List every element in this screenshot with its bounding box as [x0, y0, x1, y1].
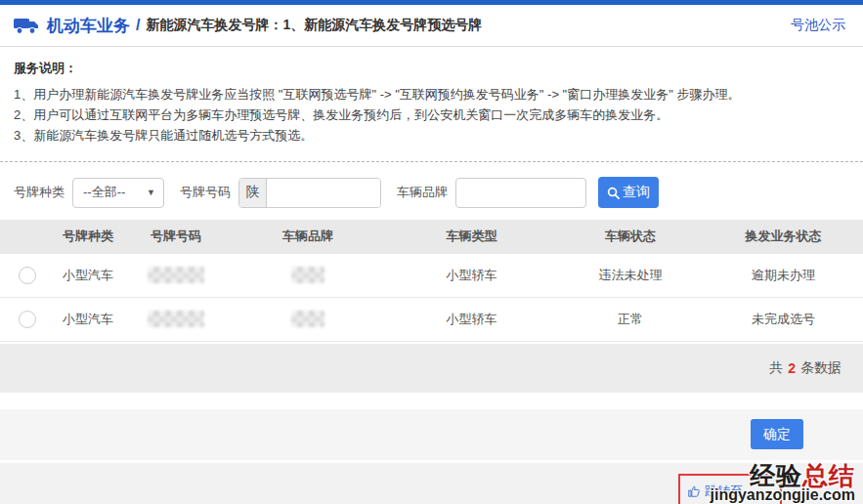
service-notes: 服务说明： 1、用户办理新能源汽车换发号牌业务应当按照 "互联网预选号牌" ->… [0, 47, 863, 153]
service-notes-title: 服务说明： [14, 60, 849, 77]
vehicle-table: 号牌种类 号牌号码 车辆品牌 车辆类型 车辆状态 换发业务状态 小型汽车 小型轿… [0, 220, 863, 342]
row2-plate-number-redacted [148, 311, 204, 327]
filter-bar: 号牌种类 --全部-- ▼ 号牌号码 陕 车辆品牌 查询 [0, 162, 863, 220]
row1-vehicle-status: 违法未处理 [557, 253, 704, 297]
jump-link-box[interactable]: 跳转至 [678, 474, 782, 504]
row1-swap-status: 逾期未办理 [704, 253, 863, 297]
plate-number-label: 号牌号码 [180, 184, 231, 201]
row2-vehicle-status: 正常 [557, 297, 704, 341]
page-header: 机动车业务 / 新能源汽车换发号牌：1、新能源汽车换发号牌预选号牌 号池公示 [0, 5, 863, 47]
row1-plate-type: 小型汽车 [54, 253, 122, 297]
result-count-band: 共 2 条数据 [0, 344, 863, 393]
service-note-1: 1、用户办理新能源汽车换发号牌业务应当按照 "互联网预选号牌" -> "互联网预… [14, 84, 849, 105]
brand-input[interactable] [455, 178, 586, 208]
spacer [0, 393, 863, 409]
col-vehicle-status: 车辆状态 [557, 220, 704, 253]
plate-number-group: 陕 [238, 178, 381, 208]
footer-band: 跳转至 经验总结 jingyanzongjie.com [0, 463, 863, 504]
jump-link[interactable]: 跳转至 [705, 483, 743, 500]
table-row: 小型汽车 小型轿车 正常 未完成选号 [0, 297, 863, 341]
radio-column-header [0, 220, 54, 253]
plate-type-select[interactable]: --全部-- ▼ [72, 178, 164, 208]
row2-vehicle-type: 小型轿车 [386, 297, 557, 341]
breadcrumb: 新能源汽车换发号牌：1、新能源汽车换发号牌预选号牌 [146, 17, 482, 34]
vehicle-truck-icon [14, 16, 39, 35]
row1-brand-redacted [291, 267, 324, 283]
breadcrumb-separator: / [136, 17, 140, 34]
row2-radio[interactable] [19, 311, 36, 328]
page-title: 机动车业务 [47, 15, 130, 37]
service-note-3: 3、新能源汽车换发号牌只能通过随机选号方式预选。 [14, 125, 849, 146]
plate-type-selected-value: --全部-- [83, 184, 125, 201]
table-row: 小型汽车 小型轿车 违法未处理 逾期未办理 [0, 253, 863, 297]
plate-type-label: 号牌种类 [14, 184, 65, 201]
search-icon [607, 187, 620, 199]
col-plate-number: 号牌号码 [122, 220, 230, 253]
col-vehicle-type: 车辆类型 [386, 220, 557, 253]
plate-province-prefix: 陕 [239, 179, 267, 207]
row1-vehicle-type: 小型轿车 [386, 253, 557, 297]
row2-plate-type: 小型汽车 [54, 297, 122, 341]
plate-number-input[interactable] [267, 179, 380, 207]
thumb-up-icon [687, 484, 701, 498]
row2-brand-redacted [291, 311, 324, 327]
confirm-button[interactable]: 确定 [751, 419, 803, 449]
confirm-band: 确定 [0, 409, 863, 460]
row1-plate-number-redacted [148, 267, 204, 283]
chevron-down-icon: ▼ [147, 188, 155, 197]
col-brand: 车辆品牌 [230, 220, 386, 253]
number-pool-link[interactable]: 号池公示 [791, 17, 845, 34]
service-note-2: 2、用户可以通过互联网平台为多辆车办理预选号牌、换发业务预约后，到公安机关窗口一… [14, 105, 849, 125]
row1-radio[interactable] [19, 267, 36, 284]
search-button[interactable]: 查询 [598, 177, 659, 208]
col-plate-type: 号牌种类 [54, 220, 122, 253]
brand-label: 车辆品牌 [397, 184, 448, 201]
row2-swap-status: 未完成选号 [704, 297, 863, 341]
table-header-row: 号牌种类 号牌号码 车辆品牌 车辆类型 车辆状态 换发业务状态 [0, 220, 863, 253]
search-button-label: 查询 [623, 184, 650, 201]
col-swap-status: 换发业务状态 [704, 220, 863, 253]
count-suffix: 条数据 [800, 359, 841, 377]
count-number: 2 [788, 360, 796, 376]
watermark-title-red: 总结 [802, 461, 855, 490]
count-prefix: 共 [769, 359, 783, 377]
